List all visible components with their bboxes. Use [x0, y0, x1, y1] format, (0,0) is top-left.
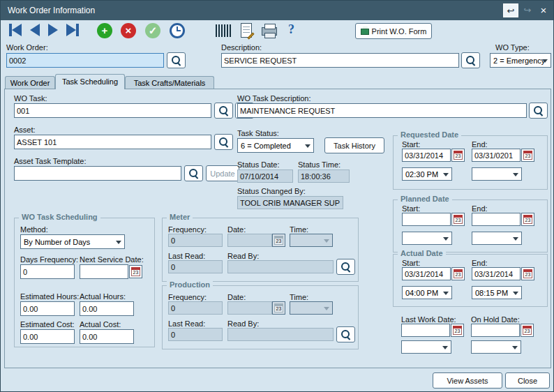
title-bar: Work Order Information ↩ ↪ × — [1, 1, 553, 20]
task-history-button[interactable]: Task History — [324, 137, 384, 153]
print-wo-form-button[interactable]: Print W.O. Form — [355, 23, 432, 39]
tab-work-order[interactable]: Work Order — [5, 76, 55, 89]
chevron-down-icon — [443, 237, 449, 241]
wo-type-dropdown[interactable]: 2 = Emergency — [490, 53, 551, 68]
task-status-value: 6 = Completed — [241, 142, 291, 150]
planned-end-calendar-button[interactable]: 23 — [521, 213, 534, 226]
wo-task-description-input[interactable] — [237, 103, 527, 118]
actual-start-time-dropdown[interactable]: 04:00 PM — [402, 286, 452, 299]
meter-date-field — [227, 234, 272, 247]
next-service-date-calendar-button[interactable]: 23 — [129, 265, 142, 278]
forward-arrow-icon[interactable]: ↪ — [520, 3, 535, 17]
planned-start-calendar-button[interactable]: 23 — [451, 213, 465, 226]
history-button[interactable] — [170, 23, 185, 38]
actual-cost-input[interactable] — [80, 329, 134, 344]
description-search-button[interactable] — [461, 52, 480, 68]
next-record-button[interactable] — [48, 24, 58, 36]
printer-icon — [361, 29, 369, 35]
requested-start-time-value: 02:30 PM — [405, 170, 438, 179]
estimated-cost-input[interactable] — [20, 329, 75, 344]
actual-end-calendar-button[interactable]: 23 — [521, 267, 534, 280]
last-record-button[interactable] — [66, 24, 79, 36]
production-read-by-label: Read By: — [227, 319, 259, 328]
chevron-down-icon — [324, 307, 329, 310]
help-button[interactable]: ? — [288, 22, 294, 37]
tab-task-scheduling[interactable]: Task Scheduling — [55, 74, 125, 89]
production-date-calendar-button: 23 — [272, 301, 285, 315]
status-changed-by-label: Status Changed By: — [237, 187, 306, 195]
on-hold-date-input[interactable] — [471, 324, 520, 337]
last-work-calendar-button[interactable]: 23 — [451, 324, 464, 337]
description-label: Description: — [221, 43, 262, 52]
tab-task-crafts-materials[interactable]: Task Crafts/Materials — [125, 76, 214, 89]
method-dropdown[interactable]: By Number of Days — [20, 234, 125, 249]
actual-start-date-input[interactable] — [402, 267, 451, 280]
pencil-icon — [248, 33, 255, 40]
requested-end-label: End: — [472, 140, 488, 149]
next-service-date-input[interactable] — [80, 264, 128, 279]
close-icon[interactable]: × — [536, 3, 551, 17]
last-work-date-label: Last Work Date: — [401, 315, 456, 324]
chevron-down-icon — [324, 239, 329, 243]
last-work-date-input[interactable] — [401, 324, 450, 337]
actual-end-time-dropdown[interactable]: 08:15 PM — [472, 286, 522, 299]
on-hold-calendar-button[interactable]: 23 — [521, 324, 534, 337]
requested-start-time-dropdown[interactable]: 02:30 PM — [402, 167, 452, 181]
planned-date-group: Planned Date Start: End: 23 23 — [393, 199, 548, 252]
document-edit-button[interactable] — [241, 23, 252, 38]
asset-task-template-input[interactable] — [14, 166, 181, 181]
planned-start-date-input[interactable] — [402, 213, 451, 226]
requested-end-time-dropdown[interactable] — [472, 167, 522, 181]
delete-record-button[interactable]: × — [121, 23, 136, 38]
production-last-read-label: Last Read: — [168, 319, 205, 328]
planned-end-time-dropdown[interactable] — [472, 232, 522, 245]
last-work-time-dropdown[interactable] — [401, 340, 451, 354]
add-record-button[interactable]: + — [97, 23, 112, 38]
actual-date-group: Actual Date Start: End: 23 23 04:00 PM 0… — [393, 254, 548, 307]
arrow-right-icon — [66, 24, 76, 36]
check-icon: ✓ — [149, 24, 158, 36]
meter-date-calendar-button: 23 — [272, 234, 285, 247]
view-assets-button[interactable]: View Assets — [433, 372, 502, 389]
task-status-dropdown[interactable]: 6 = Completed — [237, 138, 314, 153]
save-record-button[interactable]: ✓ — [145, 23, 160, 38]
wo-task-search-button[interactable] — [214, 103, 233, 119]
status-changed-by-field: TOOL CRIB MANAGER SUP — [237, 196, 343, 209]
asset-task-template-search-button[interactable] — [184, 165, 203, 181]
actual-hours-input[interactable] — [80, 301, 134, 316]
chevron-down-icon — [513, 237, 518, 241]
print-preview-button[interactable] — [262, 27, 277, 36]
asset-input[interactable] — [14, 135, 211, 149]
meter-frequency-label: Frequency: — [168, 225, 207, 234]
requested-start-date-input[interactable] — [402, 149, 451, 162]
requested-start-calendar-button[interactable]: 23 — [451, 149, 465, 162]
on-hold-time-dropdown[interactable] — [471, 340, 521, 354]
requested-end-date-input[interactable] — [472, 149, 521, 162]
barcode-button[interactable] — [216, 24, 232, 37]
estimated-hours-input[interactable] — [20, 301, 75, 316]
days-frequency-input[interactable] — [20, 264, 75, 279]
description-input[interactable] — [221, 53, 459, 68]
wo-task-input[interactable] — [14, 103, 211, 118]
asset-search-button[interactable] — [214, 134, 233, 150]
previous-record-button[interactable] — [30, 24, 40, 36]
calendar-icon: 23 — [454, 215, 463, 224]
requested-end-calendar-button[interactable]: 23 — [521, 149, 534, 162]
meter-frequency-field: 0 — [168, 234, 223, 247]
first-record-button[interactable] — [9, 24, 22, 36]
planned-end-date-input[interactable] — [472, 213, 521, 226]
wo-task-description-search-button[interactable] — [529, 103, 548, 119]
close-button[interactable]: Close — [505, 372, 550, 389]
calendar-icon: 23 — [523, 269, 532, 278]
meter-read-by-search-button[interactable] — [336, 259, 355, 275]
actual-hours-label: Actual Hours: — [80, 292, 126, 301]
work-order-search-button[interactable] — [167, 52, 186, 68]
actual-start-calendar-button[interactable]: 23 — [451, 267, 465, 280]
task-scheduling-panel: WO Task: WO Task Description: Asset: Tas… — [4, 89, 551, 368]
work-order-input[interactable] — [6, 53, 164, 68]
production-frequency-label: Frequency: — [168, 293, 207, 301]
actual-end-date-input[interactable] — [472, 267, 521, 280]
planned-start-time-dropdown[interactable] — [402, 232, 452, 245]
production-read-by-search-button[interactable] — [336, 326, 355, 342]
back-arrow-icon[interactable]: ↩ — [503, 3, 518, 17]
